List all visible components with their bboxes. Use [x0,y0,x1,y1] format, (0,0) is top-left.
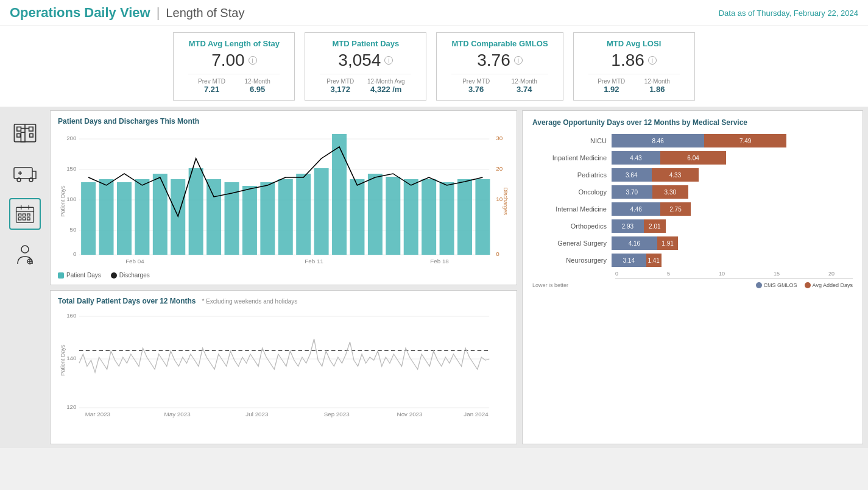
kpi-card-1: MTD Patient Days 3,054 i Prev MTD 3,172 … [305,32,426,101]
kpi-3-second: 12-Month 1.86 [644,78,670,94]
kpi-1-prev: Prev MTD 3,172 [326,78,354,94]
hbar-cms-seg: 3.70 [612,185,652,199]
svg-rect-18 [23,214,26,216]
hbar-label: Neurosurgery [532,257,612,264]
sidebar-icon-hospital[interactable] [9,115,41,147]
svg-rect-20 [18,218,21,220]
chart1-title: Patient Days and Discharges This Month [58,117,509,126]
svg-rect-61 [404,179,418,255]
main-content: Patient Days and Discharges This Month 2… [0,107,868,448]
hbar-row: Neurosurgery3.141.41 [532,254,853,267]
svg-text:Discharges: Discharges [503,187,509,215]
kpi-3-value: 1.86 [611,51,644,70]
hbar-cms-seg: 8.46 [612,134,704,147]
svg-rect-52 [242,186,257,255]
sidebar [5,110,45,444]
svg-rect-60 [386,177,400,255]
hbar-row: General Surgery4.161.91 [532,236,853,250]
hbar-added-seg: 7.49 [704,134,786,147]
kpi-2-info[interactable]: i [514,56,523,65]
hbar-label: General Surgery [532,240,612,247]
hbar-cms-seg: 4.46 [612,202,660,216]
kpi-0-prev: Prev MTD 7.21 [198,78,225,94]
svg-rect-8 [14,168,32,179]
svg-rect-4 [17,127,21,131]
sidebar-icon-calendar[interactable] [9,198,41,230]
svg-rect-65 [475,179,490,255]
svg-text:120: 120 [66,403,76,410]
svg-text:140: 140 [66,355,76,361]
header-left: Operations Daily View | Length of Stay [10,5,244,21]
svg-rect-57 [332,134,347,255]
sidebar-icon-ambulance[interactable] [9,157,41,188]
svg-rect-58 [350,179,364,255]
hbar-row: Pediatrics3.644.33 [532,168,853,182]
hbar-added-seg: 6.04 [660,151,727,165]
kpi-1-value: 3,054 [338,51,381,70]
hbar-row: Orthopedics2.932.01 [532,219,853,233]
svg-text:Mar 2023: Mar 2023 [85,411,110,417]
hbar-label: Inpatient Medicine [532,154,612,162]
kpi-card-3: MTD Avg LOSI 1.86 i Prev MTD 1.92 12-Mon… [573,32,695,101]
svg-rect-7 [30,133,34,137]
svg-text:Feb 18: Feb 18 [430,258,449,265]
hbar-added-seg: 1.91 [657,236,678,250]
svg-rect-22 [27,218,30,220]
kpi-2-prev: Prev MTD 3.76 [462,78,490,94]
kpi-3-prev: Prev MTD 1.92 [598,78,625,94]
hbar-added-seg: 1.41 [646,254,662,267]
chart-opportunity: Average Opportunity Days over 12 Months … [522,110,863,444]
svg-text:50: 50 [70,226,77,233]
chart-patient-days-12m: Total Daily Patient Days over 12 Months … [50,290,517,444]
hbar-bars: 4.161.91 [612,236,678,250]
svg-rect-6 [17,133,21,137]
svg-text:160: 160 [66,312,76,319]
hbar-cms-seg: 4.16 [612,236,657,250]
kpi-3-info[interactable]: i [648,56,657,65]
svg-text:Nov 2023: Nov 2023 [397,411,423,417]
svg-rect-62 [422,179,436,255]
svg-rect-63 [440,182,454,255]
kpi-2-second: 12-Month 3.74 [512,78,537,94]
hbar-container: NICU8.467.49Inpatient Medicine4.436.04Pe… [532,134,853,267]
svg-rect-13 [16,207,34,222]
svg-rect-1 [21,132,25,141]
hbar-label: Internal Medicine [532,205,612,213]
chart-patient-days: Patient Days and Discharges This Month 2… [50,110,517,285]
hbar-cms-seg: 4.43 [612,151,660,165]
hbar-added-seg: 2.75 [660,202,691,216]
svg-text:Feb 04: Feb 04 [125,258,144,265]
svg-rect-17 [18,214,21,216]
hbar-row: Oncology3.703.30 [532,185,853,199]
kpi-1-info[interactable]: i [384,56,393,65]
svg-text:10: 10 [496,196,503,202]
svg-rect-46 [135,179,149,255]
svg-rect-45 [117,182,132,255]
chart1-svg: 200 150 100 50 0 Patient Days 30 20 10 0… [58,128,509,268]
hbar-label: NICU [532,137,612,144]
hbar-cms-seg: 2.93 [612,219,644,233]
header: Operations Daily View | Length of Stay D… [0,0,868,26]
hbar-bars: 8.467.49 [612,134,786,147]
kpi-1-title: MTD Patient Days [320,39,411,48]
svg-rect-21 [23,218,26,220]
svg-rect-50 [206,179,221,255]
svg-text:30: 30 [496,135,503,141]
bars [81,134,490,255]
kpi-0-value: 7.00 [211,51,245,70]
hbar-cms-seg: 3.14 [612,254,646,267]
svg-text:200: 200 [66,135,76,141]
svg-text:20: 20 [496,165,503,172]
svg-rect-44 [99,179,114,255]
hbar-bars: 4.462.75 [612,202,691,216]
kpi-0-info[interactable]: i [249,56,257,65]
hbar-bars: 3.141.41 [612,254,662,267]
header-title: Operations Daily View [10,5,150,21]
hbar-bars: 2.932.01 [612,219,666,233]
kpi-row: MTD Avg Length of Stay 7.00 i Prev MTD 7… [0,26,868,107]
svg-rect-5 [29,127,34,131]
svg-text:150: 150 [66,165,76,172]
sidebar-icon-doctor[interactable] [9,240,41,271]
svg-text:May 2023: May 2023 [164,411,191,417]
charts-left: Patient Days and Discharges This Month 2… [50,110,517,444]
